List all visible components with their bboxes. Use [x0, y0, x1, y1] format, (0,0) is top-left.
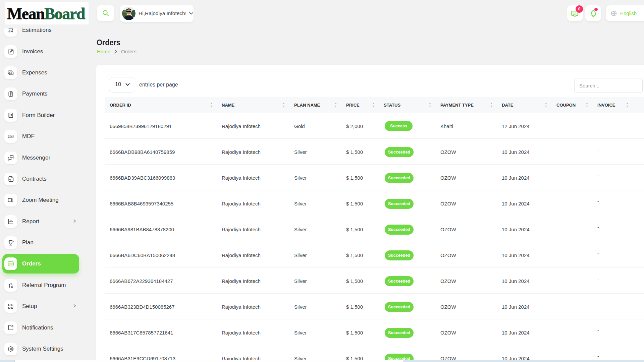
sort-icon[interactable] — [545, 103, 547, 107]
entries-per-page-select[interactable]: 10 — [109, 77, 135, 93]
column-header-name[interactable]: NAME — [217, 97, 289, 113]
notifications-button[interactable] — [585, 5, 601, 21]
language-label: English — [620, 10, 637, 16]
table-row[interactable]: 6666AB31E9CCD691708713 Rajodiya Infotech… — [105, 345, 644, 362]
user-greeting: Hi,Rajodiya Infotech! — [139, 10, 186, 16]
search-button[interactable] — [97, 5, 114, 21]
brand-logo-second: Board — [44, 4, 85, 23]
sidebar-item-label: Expenses — [22, 69, 47, 76]
sidebar-item-referral-program[interactable]: Referral Program — [0, 275, 91, 296]
sort-icon[interactable] — [586, 103, 588, 107]
cell-date: 10 Jun 2024 — [497, 293, 551, 319]
breadcrumb: Home Orders — [97, 49, 137, 54]
sidebar-item-expenses[interactable]: Expenses — [0, 62, 91, 83]
scrollbar-thumb[interactable] — [14, 360, 404, 362]
sort-icon[interactable] — [626, 103, 629, 107]
status-badge: Succeeded — [385, 225, 414, 235]
sort-icon[interactable] — [429, 103, 431, 107]
sort-icon[interactable] — [372, 103, 375, 107]
sidebar-item-orders[interactable]: Orders — [0, 253, 91, 275]
status-badge: Succeeded — [385, 302, 414, 312]
sidebar-item-messenger[interactable]: Messenger — [0, 147, 91, 168]
cell-payment-type: OZOW — [435, 319, 497, 345]
cell-plan: Silver — [289, 164, 341, 190]
column-header-coupon[interactable]: COUPON — [551, 97, 592, 113]
brand-logo[interactable]: MeanBoard — [5, 2, 89, 24]
cell-status: Succeeded — [379, 267, 435, 293]
column-header-invoice[interactable]: INVOICE — [592, 97, 633, 113]
cell-name: Rajodiya Infotech — [217, 216, 289, 242]
cell-filler — [633, 293, 644, 319]
table-row[interactable]: 6666AB317C857857721641 Rajodiya Infotech… — [105, 319, 644, 345]
table-row[interactable]: 6666BA981BAB8478378200 Rajodiya Infotech… — [105, 216, 644, 242]
column-header-status[interactable]: STATUS — [379, 97, 435, 113]
cell-payment-type: OZOW — [435, 242, 497, 267]
cell-filler — [633, 242, 644, 267]
referral-icon — [4, 279, 17, 292]
search-input[interactable] — [574, 78, 643, 93]
sidebar-item-mdf[interactable]: MDF — [0, 126, 91, 147]
sort-icon[interactable] — [282, 103, 285, 107]
column-header-price[interactable]: PRICE — [341, 97, 379, 113]
sidebar-item-payments[interactable]: Payments — [0, 83, 91, 105]
sidebar-item-contracts[interactable]: Contracts — [0, 168, 91, 189]
cell-plan: Gold — [289, 113, 341, 138]
cell-coupon — [551, 319, 592, 345]
sidebar-item-system-settings[interactable]: System Settings — [0, 338, 91, 359]
table-row[interactable]: 6666BAD39ABC3166099883 Rajodiya Infotech… — [105, 164, 644, 190]
messages-button[interactable]: 0 — [567, 5, 583, 21]
status-badge: Succeeded — [385, 250, 414, 260]
sidebar-item-invoices[interactable]: Invoices — [0, 41, 91, 62]
cell-filler — [633, 216, 644, 242]
cell-order-id: 6666AB317C857857721641 — [105, 319, 217, 345]
cell-price: $ 1,500 — [341, 190, 379, 216]
orders-icon — [4, 257, 17, 270]
sidebar-item-setup[interactable]: Setup — [0, 296, 91, 317]
sort-icon[interactable] — [334, 103, 337, 107]
sidebar-item-notifications[interactable]: Notifications — [0, 317, 91, 338]
sort-icon[interactable] — [210, 103, 213, 107]
horizontal-scrollbar[interactable] — [0, 360, 644, 362]
cell-order-id: 6669858B73996129180291 — [105, 113, 217, 138]
estimation-icon — [4, 28, 17, 37]
column-header-order-id[interactable]: ORDER ID — [105, 97, 217, 113]
payment-icon — [4, 87, 17, 100]
zoom-meeting-icon — [4, 194, 17, 206]
sidebar-item-form-builder[interactable]: Form Builder — [0, 105, 91, 126]
column-header-plan-name[interactable]: PLAN NAME — [289, 97, 341, 113]
cell-invoice: - — [592, 190, 633, 216]
avatar — [122, 7, 136, 20]
breadcrumb-home-link[interactable]: Home — [97, 49, 110, 54]
sidebar-item-estimations[interactable]: Estimations — [0, 28, 91, 41]
cell-status: Succeeded — [379, 190, 435, 216]
cell-name: Rajodiya Infotech — [217, 319, 289, 345]
table-row[interactable]: 6666BA6DC60BA150062248 Rajodiya Infotech… — [105, 242, 644, 267]
language-selector[interactable]: English — [606, 5, 644, 21]
plan-icon — [4, 236, 17, 249]
cell-payment-type: OZOW — [435, 345, 497, 362]
table-row[interactable]: 6666BADB98BA6140759859 Rajodiya Infotech… — [105, 138, 644, 164]
sidebar-item-plan[interactable]: Plan — [0, 232, 91, 253]
sidebar-item-label: Referral Program — [22, 282, 66, 289]
table-row[interactable]: 6666BAB8B4693597340255 Rajodiya Infotech… — [105, 190, 644, 216]
column-header-payment-type[interactable]: PAYMENT TYPE — [435, 97, 497, 113]
chevron-right-icon — [114, 50, 117, 54]
cell-order-id: 6666AB672A229364184427 — [105, 267, 217, 293]
sidebar-item-zoom-meeting[interactable]: Zoom Meeting — [0, 190, 91, 211]
table-row[interactable]: 6666AB323BD4D150085267 Rajodiya Infotech… — [105, 293, 644, 319]
cell-date: 10 Jun 2024 — [497, 190, 551, 216]
cell-name: Rajodiya Infotech — [217, 345, 289, 362]
cell-filler — [633, 190, 644, 216]
report-icon — [4, 215, 17, 228]
topbar: MeanBoard Hi,Rajodiya — [0, 0, 644, 27]
cell-date: 10 Jun 2024 — [497, 138, 551, 164]
table-row[interactable]: 6666AB672A229364184427 Rajodiya Infotech… — [105, 267, 644, 293]
sidebar-item-report[interactable]: Report — [0, 211, 91, 232]
table-row[interactable]: 6669858B73996129180291 Rajodiya Infotech… — [105, 113, 644, 138]
table-header-row: ORDER IDNAMEPLAN NAMEPRICESTATUSPAYMENT … — [105, 97, 644, 113]
user-menu[interactable]: Hi,Rajodiya Infotech! — [120, 5, 194, 22]
column-header-date[interactable]: DATE — [497, 97, 551, 113]
sort-icon[interactable] — [490, 103, 493, 107]
cell-order-id: 6666AB31E9CCD691708713 — [105, 345, 217, 362]
cell-name: Rajodiya Infotech — [217, 190, 289, 216]
